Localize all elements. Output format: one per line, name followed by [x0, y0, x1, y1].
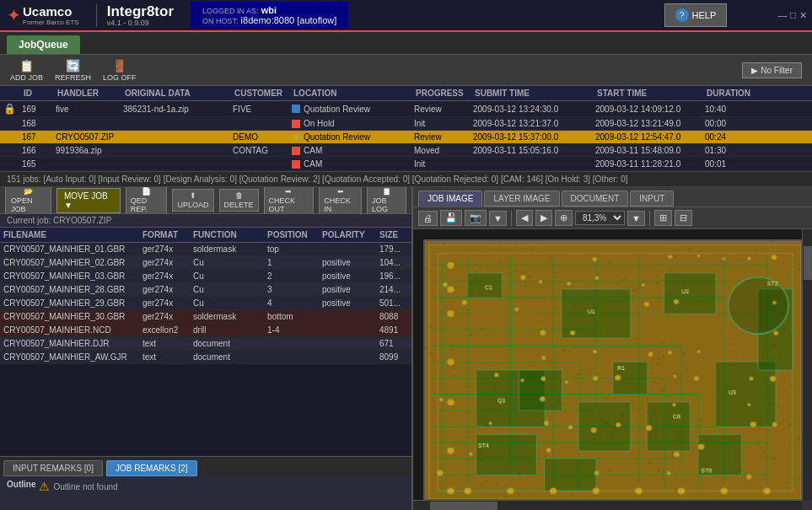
upload-button[interactable]: ⬆ UPLOAD — [172, 189, 213, 212]
target-button[interactable]: ⊕ — [555, 210, 573, 226]
customer-cell: DEMO — [233, 132, 292, 142]
fit-button[interactable]: ⊞ — [654, 210, 672, 226]
file-row[interactable]: CRY00507_MAINHIER_29.GBRger274xCu4positi… — [0, 297, 411, 310]
progress-cell: Review — [414, 105, 473, 114]
delete-button[interactable]: 🗑 DELETE — [219, 189, 259, 212]
nav-forward-button[interactable]: ▶ — [535, 210, 552, 226]
col-lock — [3, 89, 22, 98]
position-cell: 1-4 — [267, 325, 322, 335]
file-row[interactable]: CRY00507_MAINHIER_02.GBRger274xCu1positi… — [0, 256, 411, 270]
close-button[interactable]: ✕ — [799, 10, 807, 21]
table-row[interactable]: 🔒169five386231-nd-1a.zipFIVEQuotation Re… — [0, 101, 812, 117]
zoom-dropdown-button[interactable]: ▼ — [627, 211, 645, 226]
table-row[interactable]: 168On HoldInit2009-03-12 13:21:37.02009-… — [0, 117, 812, 131]
file-row[interactable]: CRY00507_MAINHIER_30.GBRger274xsoldermas… — [0, 310, 411, 324]
progress-cell: Moved — [414, 146, 473, 155]
document-tab[interactable]: DOCUMENT — [562, 191, 629, 207]
left-toolbar: 📂 OPEN JOB MOVE JOB ▼ 📄 QED REP. ⬆ UPLOA… — [0, 187, 411, 214]
format-cell: ger274x — [143, 285, 193, 294]
start-time-cell: 2009-03-12 14:09:12.0 — [595, 105, 705, 114]
log-off-button[interactable]: 🚪 LOG OFF — [103, 59, 137, 82]
jobqueue-tab[interactable]: JobQueue — [7, 35, 80, 54]
right-panel: JOB IMAGE LAYER IMAGE DOCUMENT INPUT 🖨 💾… — [413, 187, 812, 510]
start-time-cell: 2009-03-11 15:48:09.0 — [595, 146, 705, 155]
progress-cell: Init — [414, 119, 473, 128]
maximize-button[interactable]: □ — [790, 10, 796, 21]
job-log-icon: 📋 — [382, 187, 391, 196]
help-button[interactable]: ? HELP — [664, 3, 728, 27]
zoom-out-button[interactable]: ⊟ — [675, 210, 692, 226]
progress-cell: Init — [414, 159, 473, 169]
refresh-label: REFRESH — [55, 73, 91, 82]
zoom-select[interactable]: 81,3% 50% 100% 200% — [575, 211, 625, 225]
filename-cell: CRY00507_MAINHIER_03.GBR — [3, 271, 143, 281]
table-row[interactable]: 167CRYO0507.ZIPDEMO⏸Quotation ReviewRevi… — [0, 131, 812, 144]
job-image-tab[interactable]: JOB IMAGE — [418, 191, 482, 207]
position-cell: top — [267, 244, 322, 254]
table-row[interactable]: 166991936a.zipCONTAGCAMMoved2009-03-11 1… — [0, 144, 812, 158]
size-cell: 4891 — [379, 325, 411, 335]
pcb-canvas[interactable] — [423, 239, 803, 501]
job-remarks-tab[interactable]: JOB REMARKS [2] — [106, 460, 197, 476]
help-label: HELP — [692, 10, 717, 20]
no-filter-button[interactable]: ▶ No Filter — [742, 62, 802, 78]
job-log-button[interactable]: 📋 JOB LOG — [367, 187, 406, 216]
pcb-scrollbar-h[interactable] — [413, 500, 802, 510]
input-remarks-tab[interactable]: INPUT REMARKS [0] — [3, 460, 103, 476]
position-cell: 1 — [267, 258, 322, 267]
layer-image-tab[interactable]: LAYER IMAGE — [484, 191, 559, 207]
qed-rep-button[interactable]: 📄 QED REP. — [126, 187, 168, 216]
file-row[interactable]: CRY00507_MAINHIER.DJRtextdocument671C... — [0, 337, 411, 351]
left-panel: 📂 OPEN JOB MOVE JOB ▼ 📄 QED REP. ⬆ UPLOA… — [0, 187, 413, 510]
duration-cell: 10:40 — [705, 105, 756, 114]
add-job-button[interactable]: 📋 ADD JOB — [10, 59, 43, 82]
dropdown-button[interactable]: ▼ — [489, 211, 507, 226]
file-row[interactable]: CRY00507_MAINHIER_03.GBRger274xCu2positi… — [0, 270, 411, 283]
files-col-function: FUNCTION — [193, 230, 267, 239]
file-row[interactable]: CRY00507_MAINHIER_AW.GJRtextdocument8099… — [0, 351, 411, 364]
save-image-button[interactable]: 💾 — [440, 210, 462, 226]
print-button[interactable]: 🖨 — [418, 211, 438, 226]
handler-cell: 991936a.zip — [56, 146, 123, 155]
table-row[interactable]: 165CAMInit2009-03-11 11:28:21.000:01 — [0, 158, 812, 171]
refresh-button[interactable]: 🔄 REFRESH — [55, 59, 91, 82]
function-cell: document — [193, 339, 267, 348]
filename-cell: CRY00507_MAINHIER.NCD — [3, 325, 143, 335]
nav-back-button[interactable]: ◀ — [516, 210, 533, 226]
file-row[interactable]: CRY00507_MAINHIER_28.GBRger274xCu3positi… — [0, 283, 411, 297]
open-job-button[interactable]: 📂 OPEN JOB — [5, 187, 51, 216]
add-job-label: ADD JOB — [10, 73, 43, 82]
id-cell: 165 — [22, 159, 56, 169]
start-time-cell: 2009-03-11 11:28:21.0 — [595, 159, 705, 169]
col-original-data: ORIGINAL DATA — [123, 89, 233, 98]
qed-icon: 📄 — [142, 187, 151, 196]
camera-button[interactable]: 📷 — [465, 210, 487, 226]
delete-label: DELETE — [224, 201, 254, 209]
start-time-cell: 2009-03-12 12:54:47.0 — [595, 132, 705, 142]
file-row[interactable]: CRY00507_MAINHIER.NCDexcellon2drill1-448… — [0, 324, 411, 337]
check-in-button[interactable]: ⬅ CHECK IN — [319, 187, 362, 216]
id-cell: 167 — [22, 132, 56, 142]
toolbar: 📋 ADD JOB 🔄 REFRESH 🚪 LOG OFF ▶ No Filte… — [0, 54, 812, 86]
open-job-label: OPEN JOB — [11, 196, 46, 213]
submit-time-cell: 2009-03-11 15:05:16.0 — [473, 146, 595, 155]
open-job-icon: 📂 — [24, 187, 33, 196]
help-icon: ? — [675, 8, 689, 22]
file-row[interactable]: CRY00507_MAINHIER_01.GBRger274xsoldermas… — [0, 243, 411, 256]
format-cell: excellon2 — [143, 325, 193, 335]
col-handler: HANDLER — [56, 89, 123, 98]
outline-title: Outline — [7, 480, 35, 489]
pcb-scrollbar-v[interactable] — [802, 229, 812, 510]
app-title: Integr8tor — [107, 4, 174, 19]
polarity-cell — [322, 352, 379, 362]
original-data-cell: 386231-nd-1a.zip — [123, 105, 233, 114]
duration-cell: 00:01 — [705, 159, 756, 169]
size-cell: 179... — [379, 244, 411, 254]
files-col-format: FORMAT — [143, 230, 193, 239]
input-tab[interactable]: INPUT — [630, 191, 674, 207]
header: ✦ Ucamco Former Barco ETS Integr8tor v4.… — [0, 0, 812, 32]
move-job-button[interactable]: MOVE JOB ▼ — [56, 188, 121, 213]
minimize-button[interactable]: — — [777, 10, 787, 21]
check-out-button[interactable]: ➡ CHECK OUT — [264, 187, 315, 216]
outline-text: Outline not found — [53, 482, 117, 491]
